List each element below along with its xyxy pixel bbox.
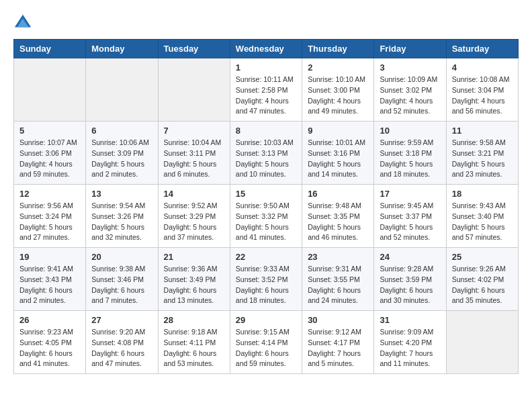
day-info: Sunrise: 10:06 AMSunset: 3:09 PMDaylight… (91, 138, 152, 180)
day-number: 20 (91, 252, 152, 262)
calendar-day-cell: 5Sunrise: 10:07 AMSunset: 3:06 PMDayligh… (14, 122, 86, 185)
day-number: 19 (19, 252, 80, 262)
weekday-header-cell: Tuesday (158, 40, 230, 58)
day-number: 11 (452, 126, 513, 136)
day-number: 24 (380, 252, 440, 262)
calendar-day-cell (86, 58, 158, 122)
calendar-day-cell: 28Sunrise: 9:18 AMSunset: 4:11 PMDayligh… (158, 311, 230, 374)
calendar-day-cell: 19Sunrise: 9:41 AMSunset: 3:43 PMDayligh… (14, 248, 86, 311)
day-number: 28 (164, 315, 224, 325)
weekday-header-cell: Monday (86, 40, 158, 58)
day-info: Sunrise: 10:08 AMSunset: 3:04 PMDaylight… (452, 75, 513, 117)
calendar-week-row: 19Sunrise: 9:41 AMSunset: 3:43 PMDayligh… (14, 248, 519, 311)
day-number: 8 (236, 126, 296, 136)
calendar-day-cell: 9Sunrise: 10:01 AMSunset: 3:16 PMDayligh… (302, 122, 374, 185)
day-info: Sunrise: 9:58 AMSunset: 3:21 PMDaylight:… (452, 138, 513, 180)
weekday-header-row: SundayMondayTuesdayWednesdayThursdayFrid… (14, 40, 519, 58)
day-number: 7 (164, 126, 224, 136)
calendar-day-cell: 6Sunrise: 10:06 AMSunset: 3:09 PMDayligh… (86, 122, 158, 185)
day-info: Sunrise: 10:11 AMSunset: 2:58 PMDaylight… (236, 75, 296, 117)
calendar-body: 1Sunrise: 10:11 AMSunset: 2:58 PMDayligh… (14, 58, 519, 374)
day-number: 22 (236, 252, 296, 262)
calendar-day-cell: 31Sunrise: 9:09 AMSunset: 4:20 PMDayligh… (374, 311, 446, 374)
calendar-day-cell: 11Sunrise: 9:58 AMSunset: 3:21 PMDayligh… (446, 122, 518, 185)
calendar-week-row: 5Sunrise: 10:07 AMSunset: 3:06 PMDayligh… (14, 122, 519, 185)
day-info: Sunrise: 10:10 AMSunset: 3:00 PMDaylight… (308, 75, 368, 117)
day-info: Sunrise: 9:26 AMSunset: 4:02 PMDaylight:… (452, 264, 513, 306)
day-info: Sunrise: 10:03 AMSunset: 3:13 PMDaylight… (236, 138, 296, 180)
day-info: Sunrise: 9:59 AMSunset: 3:18 PMDaylight:… (380, 138, 440, 180)
day-number: 5 (19, 126, 80, 136)
day-info: Sunrise: 10:04 AMSunset: 3:11 PMDaylight… (164, 138, 224, 180)
calendar-day-cell: 18Sunrise: 9:43 AMSunset: 3:40 PMDayligh… (446, 185, 518, 248)
day-number: 15 (236, 189, 296, 199)
day-number: 30 (308, 315, 368, 325)
day-info: Sunrise: 9:54 AMSunset: 3:26 PMDaylight:… (91, 201, 152, 243)
calendar-day-cell: 3Sunrise: 10:09 AMSunset: 3:02 PMDayligh… (374, 58, 446, 122)
calendar-week-row: 26Sunrise: 9:23 AMSunset: 4:05 PMDayligh… (14, 311, 519, 374)
calendar-day-cell: 14Sunrise: 9:52 AMSunset: 3:29 PMDayligh… (158, 185, 230, 248)
calendar-day-cell: 22Sunrise: 9:33 AMSunset: 3:52 PMDayligh… (230, 248, 302, 311)
day-number: 17 (380, 189, 440, 199)
calendar-day-cell: 8Sunrise: 10:03 AMSunset: 3:13 PMDayligh… (230, 122, 302, 185)
weekday-header-cell: Sunday (14, 40, 86, 58)
calendar-day-cell: 29Sunrise: 9:15 AMSunset: 4:14 PMDayligh… (230, 311, 302, 374)
calendar-day-cell: 26Sunrise: 9:23 AMSunset: 4:05 PMDayligh… (14, 311, 86, 374)
day-number: 6 (91, 126, 152, 136)
day-number: 13 (91, 189, 152, 199)
calendar-day-cell: 12Sunrise: 9:56 AMSunset: 3:24 PMDayligh… (14, 185, 86, 248)
calendar-day-cell: 17Sunrise: 9:45 AMSunset: 3:37 PMDayligh… (374, 185, 446, 248)
day-info: Sunrise: 9:33 AMSunset: 3:52 PMDaylight:… (236, 264, 296, 306)
day-number: 9 (308, 126, 368, 136)
weekday-header-cell: Wednesday (230, 40, 302, 58)
day-number: 14 (164, 189, 224, 199)
day-number: 18 (452, 189, 513, 199)
day-info: Sunrise: 9:09 AMSunset: 4:20 PMDaylight:… (380, 327, 440, 369)
day-number: 10 (380, 126, 440, 136)
calendar-day-cell: 23Sunrise: 9:31 AMSunset: 3:55 PMDayligh… (302, 248, 374, 311)
weekday-header-cell: Thursday (302, 40, 374, 58)
day-info: Sunrise: 9:52 AMSunset: 3:29 PMDaylight:… (164, 201, 224, 243)
day-info: Sunrise: 9:50 AMSunset: 3:32 PMDaylight:… (236, 201, 296, 243)
day-number: 16 (308, 189, 368, 199)
calendar-day-cell: 15Sunrise: 9:50 AMSunset: 3:32 PMDayligh… (230, 185, 302, 248)
day-info: Sunrise: 9:28 AMSunset: 3:59 PMDaylight:… (380, 264, 440, 306)
calendar-day-cell: 21Sunrise: 9:36 AMSunset: 3:49 PMDayligh… (158, 248, 230, 311)
day-number: 3 (380, 62, 440, 73)
weekday-header-cell: Friday (374, 40, 446, 58)
day-info: Sunrise: 10:07 AMSunset: 3:06 PMDaylight… (19, 138, 80, 180)
day-info: Sunrise: 9:41 AMSunset: 3:43 PMDaylight:… (19, 264, 80, 306)
calendar-day-cell: 4Sunrise: 10:08 AMSunset: 3:04 PMDayligh… (446, 58, 518, 122)
logo-icon (13, 13, 32, 32)
calendar-day-cell: 13Sunrise: 9:54 AMSunset: 3:26 PMDayligh… (86, 185, 158, 248)
day-info: Sunrise: 9:20 AMSunset: 4:08 PMDaylight:… (91, 327, 152, 369)
day-number: 23 (308, 252, 368, 262)
calendar-day-cell: 10Sunrise: 9:59 AMSunset: 3:18 PMDayligh… (374, 122, 446, 185)
day-number: 4 (452, 62, 513, 73)
calendar-day-cell (14, 58, 86, 122)
calendar-day-cell: 2Sunrise: 10:10 AMSunset: 3:00 PMDayligh… (302, 58, 374, 122)
calendar-table: SundayMondayTuesdayWednesdayThursdayFrid… (13, 39, 519, 374)
calendar-day-cell: 16Sunrise: 9:48 AMSunset: 3:35 PMDayligh… (302, 185, 374, 248)
day-info: Sunrise: 9:31 AMSunset: 3:55 PMDaylight:… (308, 264, 368, 306)
day-info: Sunrise: 9:56 AMSunset: 3:24 PMDaylight:… (19, 201, 80, 243)
calendar-day-cell (446, 311, 518, 374)
day-info: Sunrise: 9:45 AMSunset: 3:37 PMDaylight:… (380, 201, 440, 243)
weekday-header-cell: Saturday (446, 40, 518, 58)
logo (13, 13, 35, 32)
calendar-day-cell: 24Sunrise: 9:28 AMSunset: 3:59 PMDayligh… (374, 248, 446, 311)
calendar-day-cell: 25Sunrise: 9:26 AMSunset: 4:02 PMDayligh… (446, 248, 518, 311)
day-number: 27 (91, 315, 152, 325)
day-info: Sunrise: 9:43 AMSunset: 3:40 PMDaylight:… (452, 201, 513, 243)
day-number: 21 (164, 252, 224, 262)
calendar-day-cell: 27Sunrise: 9:20 AMSunset: 4:08 PMDayligh… (86, 311, 158, 374)
calendar-day-cell: 1Sunrise: 10:11 AMSunset: 2:58 PMDayligh… (230, 58, 302, 122)
page-header (13, 13, 519, 32)
day-info: Sunrise: 9:38 AMSunset: 3:46 PMDaylight:… (91, 264, 152, 306)
day-number: 26 (19, 315, 80, 325)
day-number: 2 (308, 62, 368, 73)
day-number: 31 (380, 315, 440, 325)
day-number: 1 (236, 62, 296, 73)
calendar-week-row: 1Sunrise: 10:11 AMSunset: 2:58 PMDayligh… (14, 58, 519, 122)
day-info: Sunrise: 9:12 AMSunset: 4:17 PMDaylight:… (308, 327, 368, 369)
